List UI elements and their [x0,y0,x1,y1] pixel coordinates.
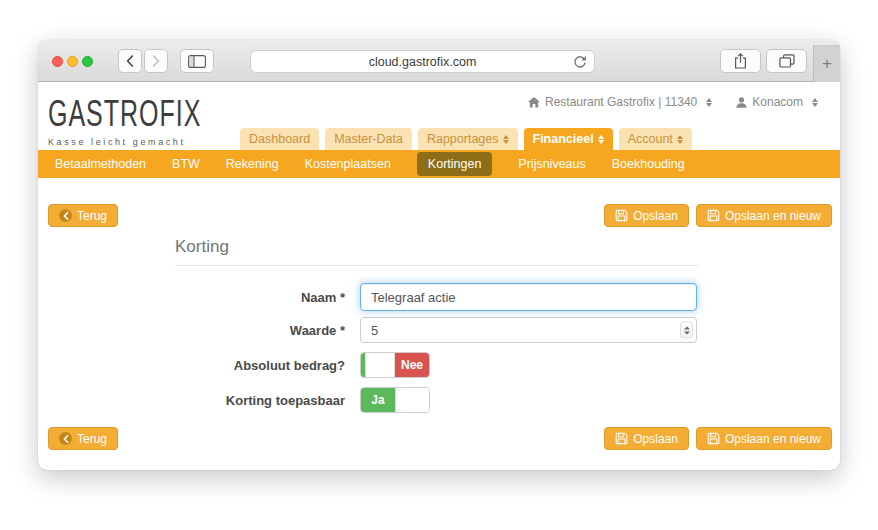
top-toolbar: Terug Opslaan [48,204,832,227]
form-row-waarde: Waarde * [38,317,840,343]
chevron-left-icon [126,55,134,67]
save-icon [707,432,720,445]
bottom-toolbar: Terug Opslaan [48,427,832,450]
home-icon [528,97,540,108]
tab-rapportages[interactable]: Rapportages [418,128,518,150]
account-line: Restaurant Gastrofix | 11340 Konacom [528,95,818,109]
subnav-item-rekening[interactable]: Rekening [226,157,279,171]
plus-icon: + [822,54,832,74]
naam-label: Naam * [38,290,345,305]
main-tabs: Dashboard Master-Data Rapportages Financ… [240,128,692,150]
toggle-knob [365,353,395,377]
save-and-new-button[interactable]: Opslaan en nieuw [696,427,832,450]
window-controls [52,56,93,67]
tabs-icon [779,54,795,68]
refresh-icon[interactable] [573,55,587,73]
gastrofix-logo: GASTROFIX [48,91,201,135]
dropdown-caret-icon [598,135,604,144]
korting-form: Naam * Waarde * Absoluut bedrag? [38,283,840,413]
sidebar-toggle-button[interactable] [180,49,214,73]
browser-window: cloud.gastrofix.com + [38,40,840,470]
logo-tagline: Kasse leicht gemacht [48,137,201,147]
toggle-knob [395,388,429,412]
tab-dashboard[interactable]: Dashboard [240,128,319,150]
sort-caret-icon [706,98,712,107]
save-and-new-button[interactable]: Opslaan en nieuw [696,204,832,227]
subnav-item-boekhouding[interactable]: Boekhouding [612,157,685,171]
sidebar-icon [188,55,206,68]
share-icon [734,53,747,69]
browser-toolbar: cloud.gastrofix.com + [38,40,840,82]
toggle-on-label: Ja [361,388,395,412]
address-bar[interactable]: cloud.gastrofix.com [250,50,595,73]
new-tab-button[interactable]: + [813,45,840,82]
chevron-right-icon [152,55,160,67]
number-stepper[interactable] [680,322,693,339]
user-icon [736,97,747,108]
minimize-window-button[interactable] [67,56,78,67]
form-row-korting-toepasbaar: Korting toepasbaar Ja [38,387,840,413]
user-label: Konacom [752,95,803,109]
financieel-subnav: Betaalmethoden BTW Rekening Kostenplaats… [38,150,840,178]
tab-master-data[interactable]: Master-Data [325,128,412,150]
dropdown-caret-icon [677,135,683,144]
korting-toepasbaar-label: Korting toepasbaar [38,393,345,408]
zoom-window-button[interactable] [82,56,93,67]
sort-caret-icon [812,98,818,107]
user-menu[interactable]: Konacom [736,95,818,109]
browser-forward-button[interactable] [144,49,168,73]
form-title-divider: Korting [175,237,698,266]
tab-financieel[interactable]: Financieel [524,128,613,150]
absoluut-bedrag-label: Absoluut bedrag? [38,358,345,373]
restaurant-selector[interactable]: Restaurant Gastrofix | 11340 [528,95,712,109]
form-row-naam: Naam * [38,283,840,311]
subnav-item-kortingen[interactable]: Kortingen [417,152,493,176]
subnav-item-betaalmethoden[interactable]: Betaalmethoden [55,157,146,171]
subnav-item-btw[interactable]: BTW [172,157,200,171]
back-circle-icon [59,209,72,222]
waarde-input[interactable] [360,317,697,343]
save-icon [615,432,628,445]
toggle-off-label: Nee [395,353,429,377]
tab-account[interactable]: Account [619,128,692,150]
close-window-button[interactable] [52,56,63,67]
tab-overview-button[interactable] [766,49,807,73]
share-button[interactable] [720,49,761,73]
subnav-item-prijsniveaus[interactable]: Prijsniveaus [518,157,585,171]
waarde-label: Waarde * [38,323,345,338]
browser-back-button[interactable] [118,49,142,73]
content-area: Terug Opslaan [38,178,840,450]
form-row-absoluut-bedrag: Absoluut bedrag? Nee [38,352,840,378]
url-text: cloud.gastrofix.com [369,55,477,69]
dropdown-caret-icon [503,135,509,144]
korting-toepasbaar-toggle[interactable]: Ja [360,387,430,413]
app-page: GASTROFIX Kasse leicht gemacht Restauran… [38,82,840,469]
logo-block: GASTROFIX Kasse leicht gemacht [48,91,201,147]
form-title: Korting [175,237,698,257]
absoluut-bedrag-toggle[interactable]: Nee [360,352,430,378]
back-circle-icon [59,432,72,445]
save-icon [707,209,720,222]
save-icon [615,209,628,222]
save-button[interactable]: Opslaan [604,204,689,227]
restaurant-label: Restaurant Gastrofix | 11340 [545,95,697,109]
naam-input[interactable] [360,283,697,311]
back-button[interactable]: Terug [48,204,118,227]
save-button[interactable]: Opslaan [604,427,689,450]
back-button[interactable]: Terug [48,427,118,450]
subnav-item-kostenplaatsen[interactable]: Kostenplaatsen [305,157,391,171]
